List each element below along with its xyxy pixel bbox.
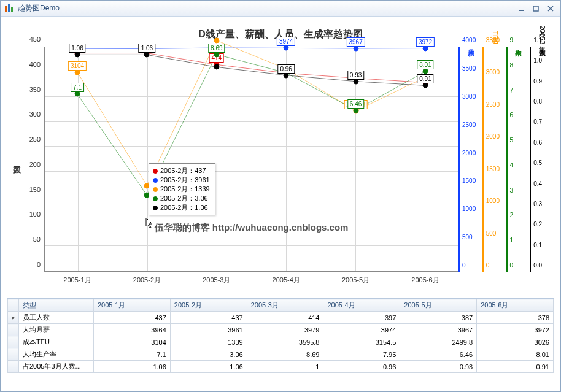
right-axis-tick: 2 <box>510 212 514 218</box>
cell[interactable]: 3026 <box>477 336 554 348</box>
col-header[interactable]: 2005-2月 <box>170 299 247 312</box>
tooltip-text: 2005-2月：437 <box>160 166 206 175</box>
app-window: 趋势图Demo D线产量、薪酬、人员、生成率趋势图 员工人数 050100150… <box>0 0 561 392</box>
x-tick: 2005-6月 <box>411 275 439 285</box>
y-tick: 200 <box>16 161 41 168</box>
titlebar[interactable]: 趋势图Demo <box>1 1 560 17</box>
col-header[interactable]: 2005-3月 <box>247 299 323 312</box>
cell[interactable]: 6.46 <box>400 348 477 361</box>
cell[interactable]: 3964 <box>94 324 171 336</box>
swatch-icon <box>153 178 158 183</box>
right-axis-tick: 7 <box>510 86 514 93</box>
cell[interactable]: 3979 <box>247 324 323 336</box>
close-button[interactable] <box>544 4 557 13</box>
cell[interactable]: 3104 <box>94 336 171 348</box>
table-row[interactable]: ▸员工人数437437414397387378 <box>8 312 554 324</box>
right-axis-tick: 3500 <box>462 64 476 71</box>
right-axis-tick: 0.7 <box>533 118 542 125</box>
cell[interactable]: 1.06 <box>170 361 247 373</box>
right-axis-tick: 0 <box>462 262 466 269</box>
data-point[interactable] <box>214 37 219 43</box>
cell[interactable]: 7.1 <box>94 348 171 361</box>
cell[interactable]: 0.91 <box>477 361 554 373</box>
cell[interactable]: 378 <box>477 312 554 324</box>
cell[interactable]: 414 <box>247 312 323 324</box>
cell[interactable]: 0.96 <box>323 361 400 373</box>
swatch-icon <box>153 206 158 210</box>
x-tick: 2005-4月 <box>273 275 300 285</box>
cell[interactable]: 3154.5 <box>323 336 400 348</box>
right-axis-tick: 3 <box>510 186 514 193</box>
right-axis-tick: 2000 <box>462 149 476 156</box>
col-header[interactable]: 2005-6月 <box>477 299 554 312</box>
point-label: 1.06 <box>69 44 85 53</box>
cell[interactable]: 387 <box>400 312 477 324</box>
tooltip-row: 2005-2月：3.06 <box>153 194 210 203</box>
right-axis: 成本TEU0500100015002000250030003500 <box>482 47 506 272</box>
cell[interactable]: 3595.8 <box>247 336 323 348</box>
cell[interactable]: 2499.8 <box>400 336 477 348</box>
col-type[interactable]: 类型 <box>19 299 94 312</box>
right-axis-tick: 0.0 <box>533 262 542 269</box>
right-axis-tick: 500 <box>486 229 497 236</box>
svg-rect-1 <box>8 4 10 12</box>
cell[interactable]: 1339 <box>170 336 247 348</box>
right-axis-tick: 8 <box>510 61 514 68</box>
row-indicator <box>8 336 19 348</box>
tooltip-text: 2005-2月：1.06 <box>160 203 208 212</box>
right-axis-tick: 9 <box>510 37 514 44</box>
col-header[interactable]: 2005-5月 <box>400 299 477 312</box>
right-axis: 占2005年3月人数比例0.00.10.20.30.40.50.60.70.80… <box>530 47 554 272</box>
cell[interactable]: 437 <box>94 312 171 324</box>
y-tick: 50 <box>16 236 41 243</box>
chart-panel: D线产量、薪酬、人员、生成率趋势图 员工人数 05010015020025030… <box>7 23 554 294</box>
right-axis-tick: 500 <box>462 234 473 240</box>
table-row[interactable]: 成本TEU310413393595.83154.52499.83026 <box>8 336 554 348</box>
table-row[interactable]: 人均月薪396439613979397439673972 <box>8 324 554 336</box>
tooltip-row: 2005-2月：437 <box>153 166 210 175</box>
right-axis-tick: 1500 <box>486 165 500 172</box>
right-axis-tick: 1 <box>510 237 514 244</box>
point-label: 0.91 <box>417 74 433 83</box>
right-axis-tick: 5 <box>510 137 514 144</box>
cell[interactable]: 1.06 <box>94 361 171 373</box>
svg-rect-2 <box>11 7 13 12</box>
cell[interactable]: 8.69 <box>247 348 323 361</box>
maximize-button[interactable] <box>530 4 542 13</box>
cell[interactable]: 3974 <box>323 324 400 336</box>
tooltip-text: 2005-2月：3961 <box>160 175 210 185</box>
cell[interactable]: 1 <box>247 361 323 373</box>
right-axis-tick: 3000 <box>486 69 500 75</box>
right-axis: 人均月薪05001000150020002500300035004000 <box>458 47 482 272</box>
col-header[interactable]: 2005-4月 <box>323 299 400 312</box>
cell[interactable]: 437 <box>170 312 247 324</box>
cell[interactable]: 8.01 <box>477 348 554 361</box>
row-indicator <box>8 348 19 361</box>
cell[interactable]: 0.93 <box>400 361 477 373</box>
data-point[interactable] <box>214 64 219 70</box>
minimize-button[interactable] <box>515 4 527 13</box>
x-tick: 2005-5月 <box>342 275 369 285</box>
cell[interactable]: 3967 <box>400 324 477 336</box>
table-row[interactable]: 人均生产率7.13.068.697.956.468.01 <box>8 348 554 361</box>
plot-area[interactable]: 41439743967397231042499.87.18.696.468.01… <box>44 47 458 272</box>
col-header[interactable]: 2005-1月 <box>94 299 171 312</box>
cell[interactable]: 3961 <box>170 324 247 336</box>
right-axis-tick: 6 <box>510 112 514 118</box>
tooltip-row: 2005-2月：1.06 <box>153 203 210 212</box>
cell[interactable]: 3972 <box>477 324 554 336</box>
row-label: 成本TEU <box>19 336 94 348</box>
row-label: 占2005年3月人数... <box>19 361 94 373</box>
data-grid[interactable]: 类型2005-1月2005-2月2005-3月2005-4月2005-5月200… <box>7 298 554 385</box>
right-axis-tick: 2000 <box>486 133 500 140</box>
right-axis-tick: 0 <box>510 262 514 269</box>
watermark-text: 伍华聪的博客 http://wuhuacong.cnblogs.com <box>155 222 349 234</box>
cell[interactable]: 3.06 <box>170 348 247 361</box>
tooltip-text: 2005-2月：1339 <box>160 185 210 194</box>
cell[interactable]: 397 <box>323 312 400 324</box>
cell[interactable]: 7.95 <box>323 348 400 361</box>
point-label: 1.06 <box>139 44 155 53</box>
point-label: 3967 <box>346 37 365 47</box>
table-row[interactable]: 占2005年3月人数...1.061.0610.960.930.91 <box>8 361 554 373</box>
app-icon <box>4 4 14 13</box>
